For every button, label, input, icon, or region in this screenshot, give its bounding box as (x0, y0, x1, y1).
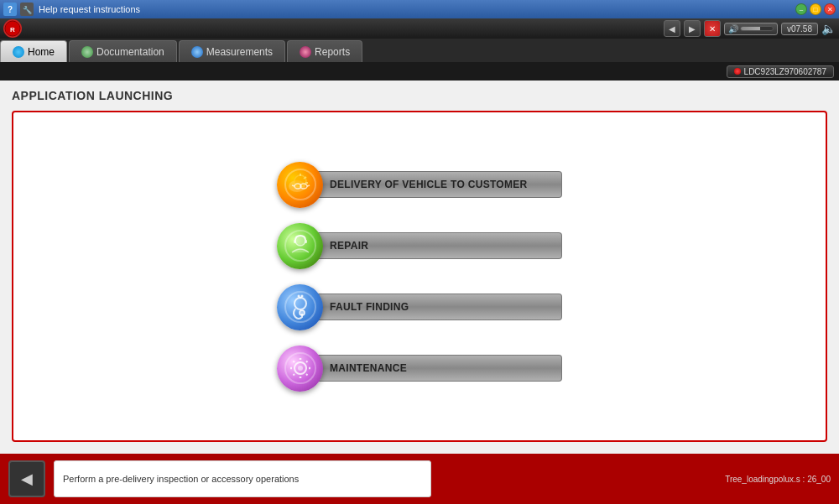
svg-line-15 (292, 185, 294, 186)
svg-line-36 (306, 374, 308, 376)
maximize-button[interactable]: □ (810, 3, 821, 15)
tab-home[interactable]: Home (0, 40, 67, 62)
tab-documentation[interactable]: Documentation (69, 40, 177, 62)
svg-point-27 (300, 295, 303, 298)
nav-tabs: Home Documentation Measurements Reports (0, 39, 839, 62)
minimize-button[interactable]: – (795, 3, 807, 15)
fault-label: FAULT FINDING (316, 294, 562, 320)
close-button[interactable]: ✕ (824, 3, 836, 15)
nav-back-icon[interactable]: ◀ (664, 20, 680, 37)
back-arrow-icon: ◀ (21, 470, 33, 488)
svg-line-35 (293, 361, 294, 363)
tab-documentation-label: Documentation (96, 46, 164, 58)
tab-measurements-label: Measurements (206, 46, 273, 58)
app-frame: DELIVERY OF VEHICLE TO CUSTOMER REPAIR (12, 111, 827, 442)
bottom-bar: ◀ Perform a pre-delivery inspection or a… (0, 454, 839, 504)
menu-item-fault[interactable]: FAULT FINDING (277, 284, 562, 330)
maintenance-icon-circle (277, 346, 323, 392)
maintenance-label: MAINTENANCE (316, 355, 562, 382)
title-bar-logo: ? (3, 3, 17, 16)
svg-text:🔧: 🔧 (23, 5, 33, 15)
delivery-icon-circle (277, 162, 323, 208)
delivery-label: DELIVERY OF VEHICLE TO CUSTOMER (316, 171, 562, 198)
info-box: Perform a pre-delivery inspection or acc… (54, 460, 431, 497)
menu-item-delivery[interactable]: DELIVERY OF VEHICLE TO CUSTOMER (277, 162, 562, 208)
main-content: APPLICATION LAUNCHING (0, 81, 839, 454)
menu-item-maintenance[interactable]: MAINTENANCE (277, 346, 562, 392)
rep-tab-icon (300, 46, 311, 58)
tab-reports[interactable]: Reports (287, 40, 362, 62)
toolbar: R ◀ ▶ ✕ 🔊 v07.58 🔈 (0, 18, 839, 39)
vehicle-id-badge: LDC923LZ970602787 (727, 65, 834, 78)
svg-point-26 (297, 295, 300, 298)
tab-reports-label: Reports (315, 46, 350, 58)
toolbar-icons: ◀ ▶ ✕ 🔊 v07.58 🔈 (664, 20, 836, 37)
svg-text:?: ? (8, 5, 13, 14)
nav-forward-icon[interactable]: ▶ (684, 20, 701, 37)
repair-icon-circle (277, 223, 323, 269)
svg-line-37 (306, 361, 308, 363)
svg-point-30 (298, 366, 303, 371)
title-bar: ? 🔧 Help request instructions – □ ✕ (0, 0, 839, 18)
title-bar-icon2: 🔧 (20, 3, 34, 16)
home-tab-icon (13, 46, 24, 58)
tab-home-label: Home (28, 46, 55, 58)
menu-item-repair[interactable]: REPAIR (277, 223, 562, 269)
status-text: Tree_loadingpolux.s : 26_00 (725, 475, 831, 484)
version-badge: v07.58 (781, 23, 818, 35)
fault-icon-circle (277, 284, 323, 330)
svg-rect-19 (294, 240, 296, 243)
page-title: APPLICATION LAUNCHING (12, 89, 827, 102)
title-text: Help request instructions (39, 4, 795, 14)
vehicle-id-text: LDC923LZ970602787 (744, 67, 826, 76)
stop-icon[interactable]: ✕ (704, 20, 721, 37)
svg-point-23 (300, 310, 305, 315)
svg-point-22 (294, 298, 306, 309)
svg-text:R: R (10, 26, 15, 34)
volume-control: 🔊 (724, 23, 778, 35)
back-button[interactable]: ◀ (8, 460, 45, 497)
volume-icon: 🔊 (728, 24, 738, 34)
tab-measurements[interactable]: Measurements (179, 40, 285, 62)
info-text: Perform a pre-delivery inspection or acc… (63, 474, 299, 484)
toolbar-logo: R (3, 19, 22, 38)
svg-rect-20 (305, 240, 307, 243)
title-controls: – □ ✕ (795, 3, 836, 15)
svg-line-38 (293, 374, 294, 376)
speaker-icon: 🔈 (821, 22, 836, 35)
meas-tab-icon (191, 46, 203, 58)
repair-label: REPAIR (316, 232, 562, 259)
vehicle-status-dot (734, 68, 741, 75)
docs-tab-icon (81, 46, 93, 58)
vehicle-bar: LDC923LZ970602787 (0, 62, 839, 81)
svg-line-16 (307, 185, 310, 186)
